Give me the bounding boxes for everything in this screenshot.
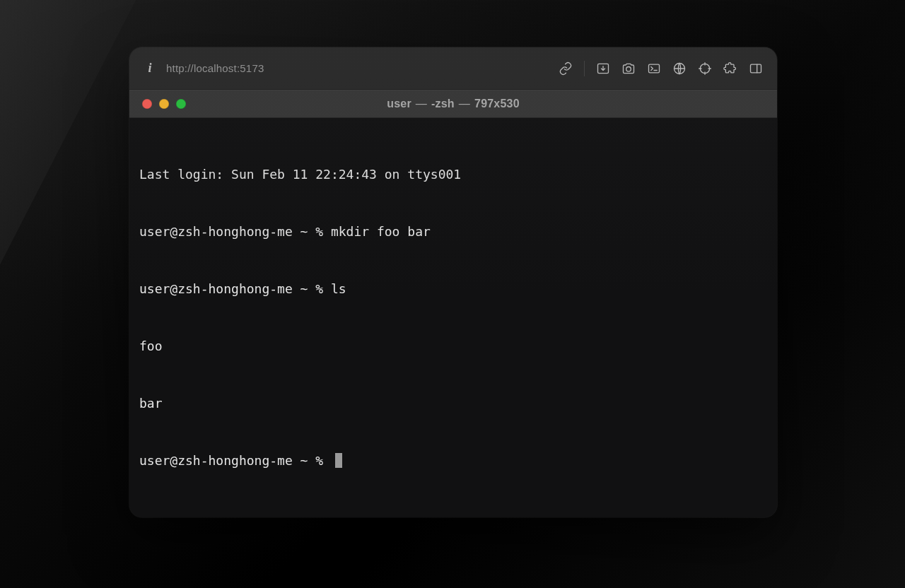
info-icon[interactable]: i bbox=[144, 61, 156, 76]
close-button[interactable] bbox=[142, 99, 152, 109]
app-window: i http://localhost:5173 bbox=[129, 47, 777, 517]
title-user: user bbox=[387, 98, 411, 110]
terminal-line: user@zsh-honghong-me ~ % ls bbox=[139, 279, 767, 298]
terminal-icon[interactable] bbox=[647, 61, 661, 76]
crosshair-icon[interactable] bbox=[698, 61, 712, 76]
url-display[interactable]: http://localhost:5173 bbox=[166, 62, 264, 74]
terminal-line: foo bbox=[139, 336, 767, 355]
terminal-cursor bbox=[335, 453, 342, 468]
download-icon[interactable] bbox=[596, 61, 610, 76]
svg-rect-5 bbox=[751, 64, 761, 73]
title-shell: -zsh bbox=[431, 98, 455, 110]
camera-icon[interactable] bbox=[621, 61, 636, 76]
svg-point-1 bbox=[626, 66, 631, 71]
terminal-prompt: user@zsh-honghong-me ~ % bbox=[139, 451, 331, 470]
svg-rect-2 bbox=[649, 64, 660, 73]
globe-icon[interactable] bbox=[672, 61, 687, 76]
toolbar-divider bbox=[584, 61, 585, 76]
zoom-button[interactable] bbox=[176, 99, 186, 109]
terminal-prompt-line[interactable]: user@zsh-honghong-me ~ % bbox=[139, 451, 767, 470]
terminal-titlebar[interactable]: user—-zsh—797x530 bbox=[129, 90, 777, 118]
title-dims: 797x530 bbox=[474, 98, 520, 110]
sidebar-toggle-icon[interactable] bbox=[749, 61, 763, 76]
terminal-viewport[interactable]: Last login: Sun Feb 11 22:24:43 on ttys0… bbox=[129, 118, 777, 517]
extension-icon[interactable] bbox=[723, 61, 737, 76]
browser-toolbar: i http://localhost:5173 bbox=[129, 47, 777, 90]
minimize-button[interactable] bbox=[159, 99, 169, 109]
terminal-line: Last login: Sun Feb 11 22:24:43 on ttys0… bbox=[139, 165, 767, 184]
link-icon[interactable] bbox=[559, 61, 573, 76]
terminal-line: bar bbox=[139, 394, 767, 413]
terminal-title: user—-zsh—797x530 bbox=[129, 98, 777, 110]
window-controls bbox=[142, 99, 186, 109]
terminal-line: user@zsh-honghong-me ~ % mkdir foo bar bbox=[139, 222, 767, 241]
